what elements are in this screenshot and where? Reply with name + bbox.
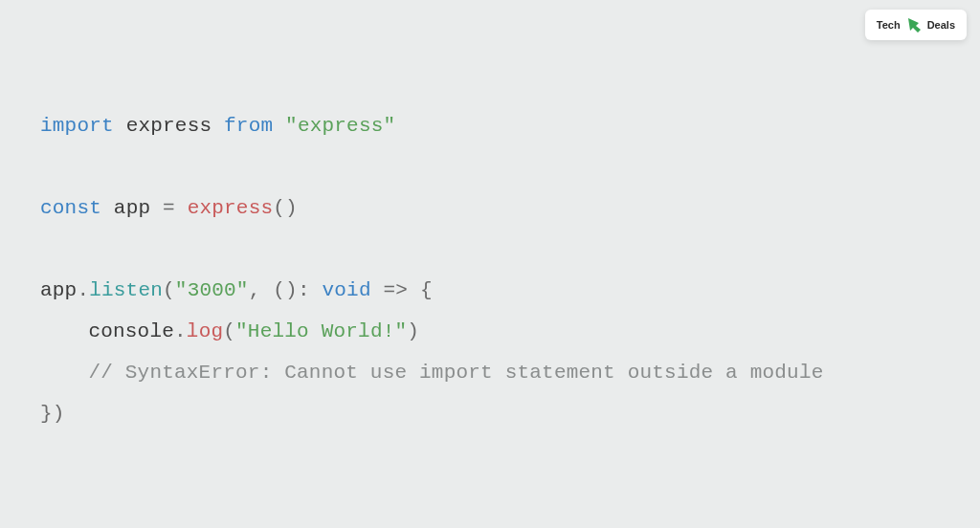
code-line-6: }) xyxy=(40,393,940,434)
logo-text-left: Tech xyxy=(877,19,901,31)
method-listen: listen xyxy=(89,279,163,301)
punct-close-block: }) xyxy=(40,403,65,425)
identifier-express: express xyxy=(126,115,212,137)
punct-parens: () xyxy=(273,197,298,219)
punct-equals: = xyxy=(150,197,187,219)
call-express: express xyxy=(188,197,274,219)
punct-dot2: . xyxy=(174,320,187,342)
punct-open-paren: ( xyxy=(163,279,175,301)
code-line-1: import express from "express" xyxy=(40,105,940,146)
identifier-console: console xyxy=(88,320,174,342)
keyword-import: import xyxy=(40,115,114,137)
arrow-brace: => { xyxy=(371,279,433,301)
logo-text-right: Deals xyxy=(927,19,955,31)
punct-close2: ) xyxy=(407,320,419,342)
code-blank-2 xyxy=(40,229,940,270)
code-line-3: app.listen("3000", (): void => { xyxy=(40,270,940,311)
method-log: log xyxy=(187,320,223,342)
keyword-void: void xyxy=(322,279,370,301)
code-blank-1 xyxy=(40,146,940,187)
logo-icon xyxy=(904,15,924,34)
string-express: "express" xyxy=(285,115,395,137)
punct-open2: ( xyxy=(223,320,235,342)
punct-comma: , xyxy=(249,279,274,301)
punct-colon: : xyxy=(298,279,323,301)
identifier-app2: app xyxy=(40,279,77,301)
code-block: import express from "express" const app … xyxy=(0,0,980,434)
string-hello: "Hello World!" xyxy=(235,320,407,342)
keyword-from: from xyxy=(224,115,273,137)
logo-card: Tech Deals xyxy=(865,10,967,40)
comment-syntaxerror: // SyntaxError: Cannot use import statem… xyxy=(88,362,823,384)
punct-dot1: . xyxy=(77,279,89,301)
code-line-5: // SyntaxError: Cannot use import statem… xyxy=(40,352,940,393)
keyword-const: const xyxy=(40,197,101,219)
identifier-app: app xyxy=(114,197,150,219)
code-line-2: const app = express() xyxy=(40,187,940,229)
string-port: "3000" xyxy=(175,279,249,301)
code-line-4: console.log("Hello World!") xyxy=(40,311,940,352)
arrow-params: () xyxy=(273,279,298,301)
